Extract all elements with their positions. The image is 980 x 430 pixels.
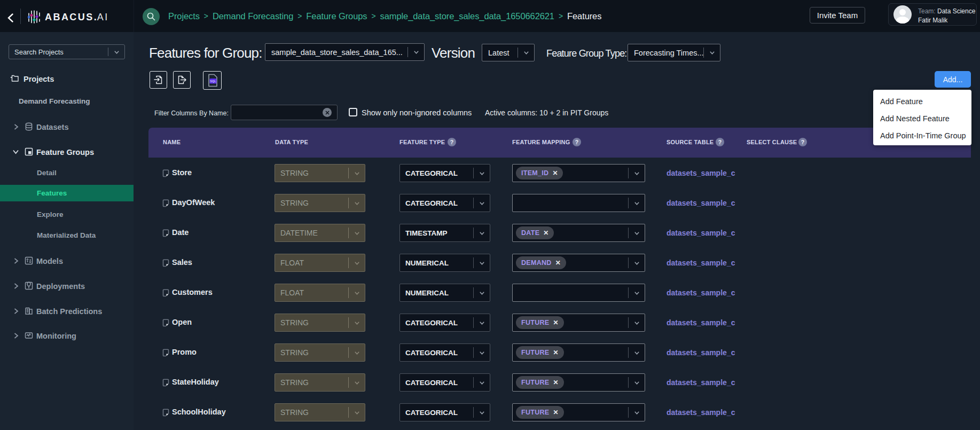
svg-text:SQL: SQL — [210, 80, 216, 83]
